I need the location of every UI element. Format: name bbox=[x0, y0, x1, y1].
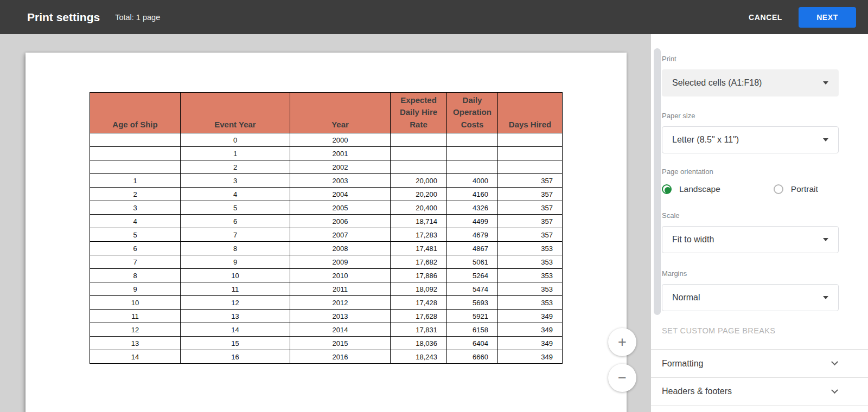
table-row: 22002 bbox=[90, 160, 563, 174]
table-cell bbox=[90, 160, 181, 174]
table-cell: 6660 bbox=[447, 350, 498, 364]
paper-size-dropdown[interactable]: Letter (8.5" x 11") bbox=[662, 126, 839, 153]
table-cell: 2000 bbox=[290, 133, 391, 147]
table-cell: 2014 bbox=[290, 323, 391, 337]
plus-icon: + bbox=[618, 334, 627, 350]
table-cell: 8 bbox=[181, 242, 290, 255]
table-cell: 12 bbox=[181, 296, 290, 310]
chevron-down-icon bbox=[831, 358, 838, 365]
table-cell: 2003 bbox=[290, 174, 391, 188]
table-cell: 18,036 bbox=[391, 337, 447, 350]
table-cell: 4867 bbox=[447, 242, 498, 255]
print-field-label: Print bbox=[662, 55, 839, 63]
table-cell: 5 bbox=[181, 201, 290, 215]
table-row: 1315201518,0366404349 bbox=[90, 337, 563, 350]
landscape-label: Landscape bbox=[679, 184, 720, 194]
table-cell: 2002 bbox=[290, 160, 391, 174]
radio-selected-icon bbox=[662, 184, 672, 194]
margins-value: Normal bbox=[672, 293, 819, 302]
table-cell: 17,428 bbox=[391, 296, 447, 310]
table-cell: 4000 bbox=[447, 174, 498, 188]
table-cell: 4 bbox=[181, 188, 290, 201]
table-cell: 2 bbox=[90, 188, 181, 201]
zoom-out-button[interactable]: − bbox=[608, 364, 636, 392]
table-cell: 349 bbox=[498, 323, 563, 337]
print-range-value: Selected cells (A1:F18) bbox=[672, 78, 819, 88]
table-cell bbox=[391, 133, 447, 147]
table-row: 911201118,0925474353 bbox=[90, 282, 563, 296]
table-cell: 13 bbox=[90, 337, 181, 350]
table-cell: 18,092 bbox=[391, 282, 447, 296]
cancel-button[interactable]: CANCEL bbox=[745, 8, 786, 27]
column-header: Daily Operation Costs bbox=[447, 93, 498, 133]
table-row: 1416201618,2436660349 bbox=[90, 350, 563, 364]
table-cell: 14 bbox=[181, 323, 290, 337]
table-cell: 1 bbox=[181, 147, 290, 160]
print-options-sidebar: Print Selected cells (A1:F18) Paper size… bbox=[651, 34, 868, 412]
minus-icon: − bbox=[618, 370, 627, 386]
table-cell: 2001 bbox=[290, 147, 391, 160]
column-header: Event Year bbox=[181, 93, 290, 133]
table-cell: 10 bbox=[90, 296, 181, 310]
set-custom-page-breaks-button[interactable]: SET CUSTOM PAGE BREAKS bbox=[651, 326, 868, 335]
table-cell: 2 bbox=[181, 160, 290, 174]
table-cell: 4499 bbox=[447, 215, 498, 228]
headers-footers-section-label: Headers & footers bbox=[662, 387, 732, 396]
table-cell: 2012 bbox=[290, 296, 391, 310]
table-cell: 357 bbox=[498, 188, 563, 201]
sidebar-scrollbar[interactable] bbox=[654, 48, 661, 315]
table-cell: 2005 bbox=[290, 201, 391, 215]
table-cell bbox=[447, 160, 498, 174]
table-cell: 17,886 bbox=[391, 269, 447, 282]
next-button[interactable]: NEXT bbox=[799, 7, 856, 28]
paper-size-label: Paper size bbox=[662, 112, 839, 120]
table-cell bbox=[90, 133, 181, 147]
table-row: 35200520,4004326357 bbox=[90, 201, 563, 215]
table-cell: 9 bbox=[90, 282, 181, 296]
table-cell: 349 bbox=[498, 350, 563, 364]
table-cell: 2007 bbox=[290, 228, 391, 242]
paper-size-value: Letter (8.5" x 11") bbox=[672, 135, 819, 145]
zoom-in-button[interactable]: + bbox=[608, 328, 636, 356]
table-cell: 10 bbox=[181, 269, 290, 282]
table-cell: 2010 bbox=[290, 269, 391, 282]
table-cell: 353 bbox=[498, 242, 563, 255]
table-cell: 3 bbox=[90, 201, 181, 215]
table-cell: 4679 bbox=[447, 228, 498, 242]
formatting-section-label: Formatting bbox=[662, 359, 703, 369]
table-row: 57200717,2834679357 bbox=[90, 228, 563, 242]
table-cell bbox=[391, 147, 447, 160]
table-row: 1113201317,6285921349 bbox=[90, 310, 563, 323]
column-header: Year bbox=[290, 93, 391, 133]
chevron-down-icon bbox=[823, 296, 828, 299]
table-row: 13200320,0004000357 bbox=[90, 174, 563, 188]
table-cell: 6 bbox=[90, 242, 181, 255]
table-row: 02000 bbox=[90, 133, 563, 147]
table-cell: 15 bbox=[181, 337, 290, 350]
margins-dropdown[interactable]: Normal bbox=[662, 284, 839, 311]
table-cell: 20,200 bbox=[391, 188, 447, 201]
table-cell: 0 bbox=[181, 133, 290, 147]
table-cell: 20,400 bbox=[391, 201, 447, 215]
table-cell: 17,682 bbox=[391, 255, 447, 269]
table-cell: 8 bbox=[90, 269, 181, 282]
print-range-dropdown[interactable]: Selected cells (A1:F18) bbox=[662, 69, 839, 96]
table-cell bbox=[498, 147, 563, 160]
portrait-radio-option[interactable]: Portrait bbox=[774, 184, 818, 194]
formatting-section-toggle[interactable]: Formatting bbox=[651, 349, 868, 377]
table-cell: 16 bbox=[181, 350, 290, 364]
table-cell: 17,628 bbox=[391, 310, 447, 323]
scale-dropdown[interactable]: Fit to width bbox=[662, 226, 839, 253]
print-preview-area: Age of ShipEvent YearYearExpected Daily … bbox=[0, 34, 651, 412]
table-row: 68200817,4814867353 bbox=[90, 242, 563, 255]
chevron-down-icon bbox=[831, 387, 838, 394]
landscape-radio-option[interactable]: Landscape bbox=[662, 184, 720, 194]
headers-footers-section-toggle[interactable]: Headers & footers bbox=[651, 377, 868, 405]
table-cell bbox=[90, 147, 181, 160]
page-orientation-label: Page orientation bbox=[662, 168, 839, 176]
table-cell: 357 bbox=[498, 201, 563, 215]
table-cell: 353 bbox=[498, 269, 563, 282]
margins-field-group: Margins Normal bbox=[651, 269, 868, 311]
table-cell bbox=[498, 133, 563, 147]
table-cell: 2015 bbox=[290, 337, 391, 350]
